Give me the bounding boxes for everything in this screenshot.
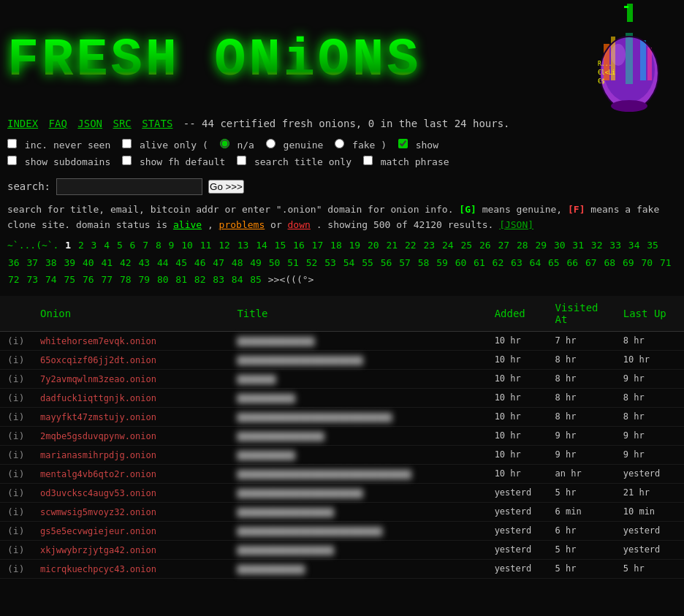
radio-na[interactable]	[220, 139, 229, 148]
radio-genuine[interactable]	[266, 139, 276, 148]
option-show[interactable]: show	[398, 140, 438, 151]
page-link-71[interactable]: 71	[660, 257, 672, 268]
page-link-78[interactable]: 78	[120, 274, 132, 285]
page-link-34[interactable]: 34	[628, 240, 640, 251]
nav-stats[interactable]: STATS	[142, 118, 172, 129]
page-link-75[interactable]: 75	[64, 274, 75, 285]
onion-link-8[interactable]: od3uvcksc4augv53.onion	[40, 488, 156, 498]
page-link-32[interactable]: 32	[591, 240, 603, 251]
page-link-17[interactable]: 17	[312, 240, 324, 251]
page-link-46[interactable]: 46	[194, 257, 206, 268]
page-link-4[interactable]: 4	[104, 240, 110, 251]
page-link-16[interactable]: 16	[293, 240, 305, 251]
page-link-13[interactable]: 13	[238, 240, 249, 251]
page-link-79[interactable]: 79	[138, 274, 150, 285]
option-fake[interactable]: fake )	[335, 140, 392, 151]
nav-src[interactable]: SRC	[113, 118, 131, 129]
page-link-6[interactable]: 6	[130, 240, 136, 251]
alive-only-checkbox[interactable]	[122, 139, 132, 148]
page-link-18[interactable]: 18	[330, 240, 342, 251]
page-link-82[interactable]: 82	[194, 274, 206, 285]
radio-fake[interactable]	[335, 139, 344, 148]
page-link-7[interactable]: 7	[142, 240, 148, 251]
page-link-80[interactable]: 80	[157, 274, 169, 285]
info-link-7[interactable]: (i)	[7, 468, 24, 479]
option-subdomains[interactable]: show subdomains	[7, 156, 116, 167]
option-alive-only[interactable]: alive only (	[122, 140, 214, 151]
json-link[interactable]: [JSON]	[499, 219, 533, 230]
page-link-55[interactable]: 55	[362, 257, 373, 268]
page-link-76[interactable]: 76	[83, 274, 94, 285]
page-link-77[interactable]: 77	[101, 274, 113, 285]
status-problems[interactable]: problems	[219, 219, 265, 230]
info-link-3[interactable]: (i)	[7, 392, 24, 403]
page-link-60[interactable]: 60	[455, 257, 467, 268]
option-fh-default[interactable]: show fh default	[122, 156, 231, 167]
info-link-9[interactable]: (i)	[7, 506, 24, 517]
page-link-29[interactable]: 29	[535, 240, 547, 251]
page-link-47[interactable]: 47	[213, 257, 224, 268]
page-link-43[interactable]: 43	[138, 257, 150, 268]
nav-faq[interactable]: FAQ	[49, 118, 67, 129]
search-input[interactable]	[56, 178, 202, 195]
onion-link-6[interactable]: marianasmihrpdjg.onion	[40, 450, 156, 460]
fh-default-checkbox[interactable]	[122, 156, 132, 165]
page-link-25[interactable]: 25	[460, 240, 472, 251]
info-link-6[interactable]: (i)	[7, 449, 24, 460]
page-link-52[interactable]: 52	[306, 257, 318, 268]
show-checkbox[interactable]	[398, 139, 408, 148]
page-link-72[interactable]: 72	[8, 274, 20, 285]
match-phrase-checkbox[interactable]	[363, 156, 373, 165]
info-link-4[interactable]: (i)	[7, 411, 24, 422]
onion-link-4[interactable]: mayyfkt47zmstujy.onion	[40, 412, 156, 422]
page-link-23[interactable]: 23	[423, 240, 435, 251]
page-link-68[interactable]: 68	[604, 257, 616, 268]
page-link-41[interactable]: 41	[101, 257, 113, 268]
info-link-2[interactable]: (i)	[7, 373, 24, 384]
page-link-24[interactable]: 24	[442, 240, 454, 251]
page-link-20[interactable]: 20	[368, 240, 379, 251]
onion-link-2[interactable]: 7y2avmqwlnm3zeao.onion	[40, 374, 156, 384]
onion-link-11[interactable]: xkjwwybrzjytga42.onion	[40, 545, 156, 555]
page-link-22[interactable]: 22	[405, 240, 417, 251]
info-link-12[interactable]: (i)	[7, 563, 24, 574]
option-na[interactable]: n/a	[220, 140, 260, 151]
search-button[interactable]: Go >>>	[208, 180, 244, 194]
page-link-14[interactable]: 14	[256, 240, 267, 251]
inc-never-seen-checkbox[interactable]	[7, 139, 17, 148]
page-link-5[interactable]: 5	[117, 240, 123, 251]
page-link-56[interactable]: 56	[381, 257, 392, 268]
page-link-15[interactable]: 15	[275, 240, 286, 251]
onion-link-7[interactable]: mentalg4vb6qto2r.onion	[40, 469, 156, 479]
page-link-66[interactable]: 66	[567, 257, 579, 268]
onion-link-5[interactable]: 2mqbe5gsduvqpynw.onion	[40, 431, 156, 441]
page-link-39[interactable]: 39	[64, 257, 75, 268]
page-link-35[interactable]: 35	[647, 240, 658, 251]
page-link-58[interactable]: 58	[418, 257, 430, 268]
page-link-40[interactable]: 40	[83, 257, 94, 268]
page-link-81[interactable]: 81	[175, 274, 187, 285]
page-link-2[interactable]: 2	[78, 240, 84, 251]
page-link-54[interactable]: 54	[343, 257, 355, 268]
onion-link-12[interactable]: micrqkuechpcyc43.onion	[40, 564, 156, 574]
page-link-3[interactable]: 3	[91, 240, 97, 251]
status-alive[interactable]: alive	[173, 219, 202, 230]
page-link-37[interactable]: 37	[26, 257, 38, 268]
page-link-21[interactable]: 21	[387, 240, 398, 251]
option-match-phrase[interactable]: match phrase	[363, 156, 449, 167]
nav-json[interactable]: JSON	[77, 118, 102, 129]
page-link-57[interactable]: 57	[399, 257, 411, 268]
page-link-74[interactable]: 74	[45, 274, 57, 285]
page-link-65[interactable]: 65	[548, 257, 560, 268]
page-link-8[interactable]: 8	[156, 240, 162, 251]
page-link-12[interactable]: 12	[218, 240, 230, 251]
page-link-84[interactable]: 84	[232, 274, 243, 285]
status-down[interactable]: down	[288, 219, 311, 230]
page-link-28[interactable]: 28	[517, 240, 528, 251]
page-link-63[interactable]: 63	[511, 257, 522, 268]
page-link-50[interactable]: 50	[269, 257, 281, 268]
page-link-27[interactable]: 27	[498, 240, 509, 251]
page-link-31[interactable]: 31	[572, 240, 584, 251]
page-link-51[interactable]: 51	[287, 257, 299, 268]
nav-index[interactable]: INDEX	[7, 118, 38, 129]
